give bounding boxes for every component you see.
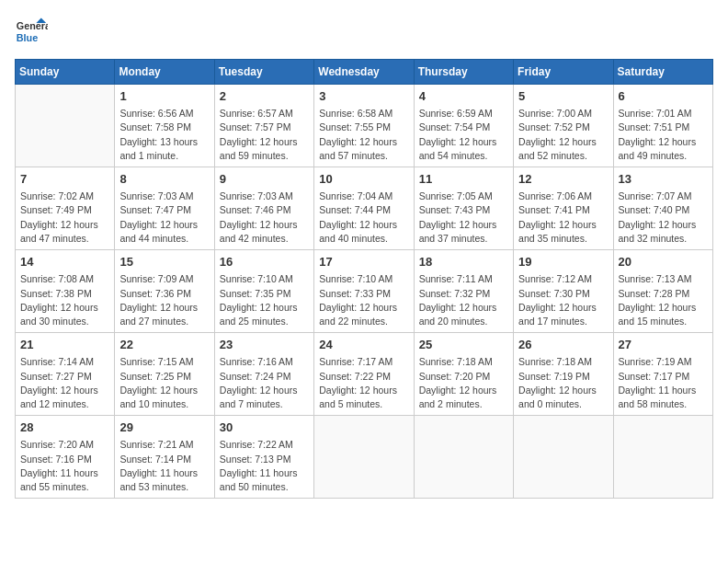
day-number: 28: [20, 419, 109, 436]
calendar-cell: [414, 416, 513, 499]
week-row-1: 7Sunrise: 7:02 AMSunset: 7:49 PMDaylight…: [16, 167, 713, 250]
col-header-saturday: Saturday: [613, 60, 712, 85]
day-number: 23: [220, 337, 309, 353]
day-info: Sunrise: 7:03 AMSunset: 7:46 PMDaylight:…: [220, 190, 309, 246]
day-number: 25: [419, 337, 508, 353]
col-header-sunday: Sunday: [16, 60, 115, 85]
calendar-cell: 19Sunrise: 7:12 AMSunset: 7:30 PMDayligh…: [514, 250, 613, 333]
calendar-cell: 25Sunrise: 7:18 AMSunset: 7:20 PMDayligh…: [414, 333, 513, 416]
day-info: Sunrise: 7:09 AMSunset: 7:36 PMDaylight:…: [119, 272, 209, 328]
day-number: 26: [518, 337, 608, 353]
calendar-cell: 23Sunrise: 7:16 AMSunset: 7:24 PMDayligh…: [214, 333, 313, 416]
day-number: 13: [619, 171, 708, 188]
calendar-cell: 30Sunrise: 7:22 AMSunset: 7:13 PMDayligh…: [214, 416, 313, 499]
day-number: 24: [319, 337, 408, 353]
calendar-cell: 29Sunrise: 7:21 AMSunset: 7:14 PMDayligh…: [115, 416, 214, 499]
day-number: 11: [419, 171, 508, 188]
day-number: 9: [220, 171, 309, 188]
calendar-cell: 17Sunrise: 7:10 AMSunset: 7:33 PMDayligh…: [314, 250, 414, 333]
day-info: Sunrise: 7:20 AMSunset: 7:16 PMDaylight:…: [20, 438, 109, 494]
calendar-cell: [314, 416, 414, 499]
col-header-tuesday: Tuesday: [214, 60, 313, 85]
calendar-cell: 15Sunrise: 7:09 AMSunset: 7:36 PMDayligh…: [115, 250, 214, 333]
calendar-cell: 5Sunrise: 7:00 AMSunset: 7:52 PMDaylight…: [514, 85, 613, 167]
col-header-monday: Monday: [115, 60, 214, 85]
day-number: 1: [119, 88, 209, 105]
calendar-cell: 3Sunrise: 6:58 AMSunset: 7:55 PMDaylight…: [314, 85, 414, 167]
col-header-wednesday: Wednesday: [314, 60, 414, 85]
calendar-cell: 18Sunrise: 7:11 AMSunset: 7:32 PMDayligh…: [414, 250, 513, 333]
day-info: Sunrise: 7:18 AMSunset: 7:20 PMDaylight:…: [419, 355, 508, 411]
day-info: Sunrise: 7:14 AMSunset: 7:27 PMDaylight:…: [20, 355, 109, 411]
day-number: 15: [119, 254, 209, 270]
day-info: Sunrise: 7:21 AMSunset: 7:14 PMDaylight:…: [119, 438, 209, 494]
day-number: 3: [319, 88, 408, 105]
calendar-cell: 26Sunrise: 7:18 AMSunset: 7:19 PMDayligh…: [514, 333, 613, 416]
week-row-4: 28Sunrise: 7:20 AMSunset: 7:16 PMDayligh…: [16, 416, 713, 499]
week-row-3: 21Sunrise: 7:14 AMSunset: 7:27 PMDayligh…: [16, 333, 713, 416]
day-info: Sunrise: 6:57 AMSunset: 7:57 PMDaylight:…: [220, 107, 309, 163]
week-row-2: 14Sunrise: 7:08 AMSunset: 7:38 PMDayligh…: [16, 250, 713, 333]
col-header-thursday: Thursday: [414, 60, 513, 85]
day-info: Sunrise: 7:06 AMSunset: 7:41 PMDaylight:…: [518, 190, 608, 246]
calendar-cell: 21Sunrise: 7:14 AMSunset: 7:27 PMDayligh…: [16, 333, 115, 416]
day-number: 14: [20, 254, 109, 270]
day-number: 5: [518, 88, 608, 105]
day-info: Sunrise: 7:22 AMSunset: 7:13 PMDaylight:…: [220, 438, 309, 494]
calendar-cell: [613, 416, 712, 499]
day-info: Sunrise: 7:00 AMSunset: 7:52 PMDaylight:…: [518, 107, 608, 163]
day-info: Sunrise: 7:15 AMSunset: 7:25 PMDaylight:…: [119, 355, 209, 411]
day-number: 20: [619, 254, 708, 270]
day-number: 29: [119, 419, 209, 436]
day-info: Sunrise: 6:56 AMSunset: 7:58 PMDaylight:…: [119, 107, 209, 163]
day-info: Sunrise: 7:07 AMSunset: 7:40 PMDaylight:…: [619, 190, 708, 246]
day-number: 10: [319, 171, 408, 188]
day-info: Sunrise: 7:17 AMSunset: 7:22 PMDaylight:…: [319, 355, 408, 411]
calendar-cell: 7Sunrise: 7:02 AMSunset: 7:49 PMDaylight…: [16, 167, 115, 250]
day-info: Sunrise: 7:02 AMSunset: 7:49 PMDaylight:…: [20, 190, 109, 246]
week-row-0: 1Sunrise: 6:56 AMSunset: 7:58 PMDaylight…: [16, 85, 713, 167]
calendar-cell: [514, 416, 613, 499]
day-info: Sunrise: 7:03 AMSunset: 7:47 PMDaylight:…: [119, 190, 209, 246]
day-number: 4: [419, 88, 508, 105]
day-number: 12: [518, 171, 608, 188]
calendar-cell: 16Sunrise: 7:10 AMSunset: 7:35 PMDayligh…: [214, 250, 313, 333]
calendar-cell: 12Sunrise: 7:06 AMSunset: 7:41 PMDayligh…: [514, 167, 613, 250]
day-number: 19: [518, 254, 608, 270]
day-info: Sunrise: 7:19 AMSunset: 7:17 PMDaylight:…: [619, 355, 708, 411]
calendar-cell: 14Sunrise: 7:08 AMSunset: 7:38 PMDayligh…: [16, 250, 115, 333]
col-header-friday: Friday: [514, 60, 613, 85]
day-info: Sunrise: 7:13 AMSunset: 7:28 PMDaylight:…: [619, 272, 708, 328]
day-number: 16: [220, 254, 309, 270]
day-info: Sunrise: 6:59 AMSunset: 7:54 PMDaylight:…: [419, 107, 508, 163]
calendar-cell: 24Sunrise: 7:17 AMSunset: 7:22 PMDayligh…: [314, 333, 414, 416]
svg-text:Blue: Blue: [17, 32, 38, 43]
day-info: Sunrise: 7:11 AMSunset: 7:32 PMDaylight:…: [419, 272, 508, 328]
day-info: Sunrise: 7:16 AMSunset: 7:24 PMDaylight:…: [220, 355, 309, 411]
calendar-cell: 8Sunrise: 7:03 AMSunset: 7:47 PMDaylight…: [115, 167, 214, 250]
day-number: 17: [319, 254, 408, 270]
day-number: 27: [619, 337, 708, 353]
calendar-header-row: SundayMondayTuesdayWednesdayThursdayFrid…: [16, 60, 713, 85]
calendar-cell: 6Sunrise: 7:01 AMSunset: 7:51 PMDaylight…: [613, 85, 712, 167]
day-number: 7: [20, 171, 109, 188]
calendar-cell: 9Sunrise: 7:03 AMSunset: 7:46 PMDaylight…: [214, 167, 313, 250]
day-info: Sunrise: 7:01 AMSunset: 7:51 PMDaylight:…: [619, 107, 708, 163]
calendar-cell: 27Sunrise: 7:19 AMSunset: 7:17 PMDayligh…: [613, 333, 712, 416]
calendar-cell: 2Sunrise: 6:57 AMSunset: 7:57 PMDaylight…: [214, 85, 313, 167]
calendar-cell: 13Sunrise: 7:07 AMSunset: 7:40 PMDayligh…: [613, 167, 712, 250]
logo: GeneralBlue: [15, 15, 48, 48]
calendar-cell: 22Sunrise: 7:15 AMSunset: 7:25 PMDayligh…: [115, 333, 214, 416]
day-number: 8: [119, 171, 209, 188]
day-info: Sunrise: 7:04 AMSunset: 7:44 PMDaylight:…: [319, 190, 408, 246]
calendar-cell: 1Sunrise: 6:56 AMSunset: 7:58 PMDaylight…: [115, 85, 214, 167]
calendar-cell: [16, 85, 115, 167]
day-info: Sunrise: 7:05 AMSunset: 7:43 PMDaylight:…: [419, 190, 508, 246]
day-number: 2: [220, 88, 309, 105]
logo-icon: GeneralBlue: [15, 15, 48, 48]
day-number: 6: [619, 88, 708, 105]
calendar-table: SundayMondayTuesdayWednesdayThursdayFrid…: [15, 59, 713, 499]
day-number: 22: [119, 337, 209, 353]
day-number: 30: [220, 419, 309, 436]
day-info: Sunrise: 7:18 AMSunset: 7:19 PMDaylight:…: [518, 355, 608, 411]
